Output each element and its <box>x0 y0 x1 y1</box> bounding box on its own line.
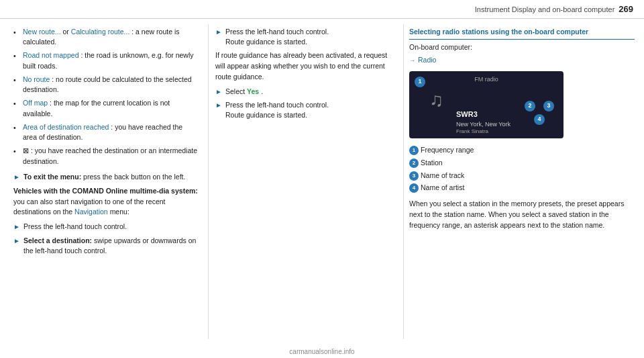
legend-badge-1: 1 <box>409 146 419 155</box>
navigation-link[interactable]: Navigation <box>74 208 108 216</box>
list-item-text: Off map : the map for the current locati… <box>23 98 199 118</box>
select-yes-item: ► Select Yes . <box>215 87 394 97</box>
obc-radio-label: Radio <box>418 55 436 66</box>
badge-3: 3 <box>543 101 554 111</box>
obc-arrow-icon: → <box>409 56 415 66</box>
list-item: • New route... or Calculating route... :… <box>13 27 199 47</box>
no-route-link[interactable]: No route <box>23 75 50 83</box>
arrow-icon: ► <box>215 87 222 97</box>
header-page: 269 <box>619 4 633 14</box>
legend-text-2: Station <box>421 158 443 169</box>
badge-1: 1 <box>415 77 425 87</box>
arrow-icon: ► <box>215 101 222 111</box>
legend-badge-3: 3 <box>409 171 419 181</box>
arrow-icon: ► <box>13 222 20 232</box>
vehicles-section: Vehicles with the COMAND Online multime-… <box>13 186 199 218</box>
section-heading: Selecting radio stations using the on-bo… <box>409 27 635 40</box>
route-guidance-para: If route guidance has already been activ… <box>215 50 394 82</box>
radio-display: FM radio ♫ SWR3 New York, New York Frank… <box>409 71 564 138</box>
road-not-mapped-link[interactable]: Road not mapped <box>23 51 78 59</box>
bullet-dot: • <box>13 51 20 61</box>
bullet-list: • New route... or Calculating route... :… <box>13 27 199 167</box>
legend-text-3: Name of track <box>421 171 464 181</box>
legend-item-1: 1 Frequency range <box>409 145 635 156</box>
badge-2: 2 <box>525 101 535 111</box>
off-map-link[interactable]: Off map <box>23 99 48 107</box>
middle-column: ► Press the left-hand touch control.Rout… <box>209 19 403 345</box>
obc-radio: → Radio <box>409 55 635 66</box>
arrow-icon: ► <box>13 173 20 183</box>
footer-bar: carmanualsonline.info <box>0 345 644 358</box>
header-bar: Instrument Display and on-board computer… <box>0 0 644 19</box>
bullet-dot: • <box>13 28 20 38</box>
press-left-touch-item: ► Press the left-hand touch control.Rout… <box>215 27 394 47</box>
list-item-text: Area of destination reached : you have r… <box>23 122 199 142</box>
list-item: • No route : no route could be calculate… <box>13 75 199 95</box>
description-para: When you select a station in the memory … <box>409 199 635 230</box>
list-item: • Off map : the map for the current loca… <box>13 98 199 118</box>
select-destination-item: ► Select a destination: swipe upwards or… <box>13 236 199 256</box>
bullet-dot: • <box>13 99 20 109</box>
main-content: • New route... or Calculating route... :… <box>0 19 644 345</box>
page-container: Instrument Display and on-board computer… <box>0 0 644 358</box>
legend-item-2: 2 Station <box>409 158 635 169</box>
legend-text-4: Name of artist <box>421 183 464 193</box>
bullet-dot: • <box>13 146 20 156</box>
calculating-route-link[interactable]: Calculating route... <box>71 28 130 36</box>
list-item: • ⊠ : you have reached the destination o… <box>13 146 199 167</box>
arrow-icon: ► <box>215 28 222 38</box>
list-item: • Area of destination reached : you have… <box>13 122 199 142</box>
footer-text: carmanualsonline.info <box>289 348 354 355</box>
right-column: Selecting radio stations using the on-bo… <box>404 19 644 345</box>
fm-label: FM radio <box>474 75 498 85</box>
new-route-link[interactable]: New route... <box>23 28 61 36</box>
legend-text-1: Frequency range <box>421 145 474 156</box>
legend-badge-4: 4 <box>409 183 419 193</box>
list-item-text: Road not mapped : the road is unknown, e… <box>23 50 199 71</box>
obc-label: On-board computer: <box>409 42 635 53</box>
badge-4: 4 <box>534 114 545 125</box>
bullet-dot: • <box>13 75 20 85</box>
header-title: Instrument Display and on-board computer <box>475 5 615 13</box>
list-item-text: New route... or Calculating route... : a… <box>23 27 199 47</box>
legend-item-3: 3 Name of track <box>409 171 635 181</box>
list-item: • Road not mapped : the road is unknown,… <box>13 50 199 71</box>
press-touch-item: ► Press the left-hand touch control. <box>13 222 199 232</box>
legend-item-4: 4 Name of artist <box>409 183 635 193</box>
legend-badge-2: 2 <box>409 159 419 168</box>
list-item-text: ⊠ : you have reached the destination or … <box>23 146 199 167</box>
left-column: • New route... or Calculating route... :… <box>0 19 208 345</box>
press-left-touch-item-2: ► Press the left-hand touch control.Rout… <box>215 100 394 120</box>
list-item-text: No route : no route could be calculated … <box>23 75 199 95</box>
arrow-icon: ► <box>13 236 20 247</box>
radio-display-inner: FM radio ♫ SWR3 New York, New York Frank… <box>409 71 564 138</box>
area-destination-link[interactable]: Area of destination reached <box>23 123 109 131</box>
radio-artist: Frank Sinatra <box>456 128 488 136</box>
radio-station: SWR3 <box>456 109 478 120</box>
exit-menu-item: ► To exit the menu: press the back butto… <box>13 172 199 183</box>
bullet-dot: • <box>13 123 20 133</box>
music-icon: ♫ <box>429 86 443 114</box>
